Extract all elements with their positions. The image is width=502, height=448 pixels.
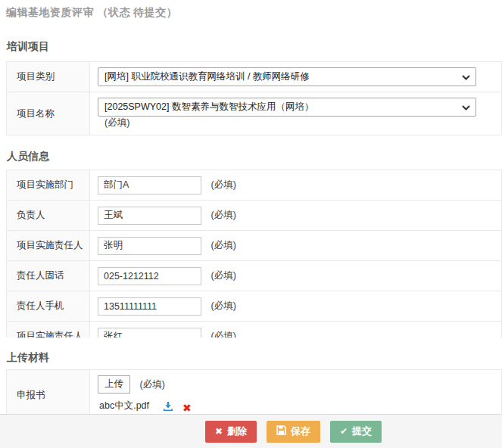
declaration-upload-button[interactable]: 上传 (98, 375, 130, 394)
project-name-selected-value: [2025SPWY02] 数智素养与数智技术应用（网培） (104, 101, 313, 114)
section-heading-personnel: 人员信息 (7, 150, 502, 163)
table-row: 责任人手机 (必填) (7, 291, 502, 322)
impl-responsible2-input[interactable] (98, 328, 201, 338)
save-button-label: 保存 (291, 425, 310, 438)
table-row: 责任人固话 (必填) (7, 261, 502, 291)
leader-label: 负责人 (7, 201, 90, 231)
project-category-select[interactable]: [网培] 职业院校通识教育网络培训 / 教师网络研修 (98, 67, 476, 86)
impl-responsible2-label: 项目实施责任人 (7, 322, 90, 338)
required-badge: (必填) (210, 270, 235, 281)
project-category-label: 项目类别 (7, 62, 90, 92)
submit-button-label: 提交 (352, 425, 372, 438)
save-button[interactable]: 保存 (267, 421, 320, 443)
table-row: 项目实施责任人 (必填) (7, 322, 502, 338)
required-badge: (必填) (210, 300, 235, 311)
project-category-selected-value: [网培] 职业院校通识教育网络培训 / 教师网络研修 (104, 70, 310, 83)
delete-button-label: 删除 (227, 425, 247, 438)
table-row: 负责人 (必填) (7, 201, 502, 231)
impl-department-input[interactable] (98, 176, 201, 194)
table-row: 项目实施部门 (必填) (7, 170, 502, 201)
leader-input[interactable] (98, 207, 201, 225)
check-icon: ✔ (340, 426, 348, 437)
project-name-label: 项目名称 (7, 92, 90, 135)
section-heading-upload: 上传材料 (7, 351, 502, 365)
download-icon[interactable] (163, 401, 173, 414)
impl-department-label: 项目实施部门 (7, 170, 90, 201)
floppy-disk-icon (276, 425, 286, 437)
personnel-table-clip: 项目实施部门 (必填) 负责人 (必填) 项目实施责任人 (必填) 责任人固话 (0, 170, 502, 338)
required-badge: (必填) (139, 379, 164, 390)
chevron-down-icon (462, 72, 470, 82)
page-title: 编辑基地资质评审 （状态 待提交） (0, 0, 502, 20)
uploaded-file-link[interactable]: abc中文.pdf (98, 400, 157, 415)
responsible-landline-input[interactable] (98, 267, 201, 285)
table-row: 项目实施责任人 (必填) (7, 231, 502, 261)
required-badge: (必填) (210, 240, 235, 250)
training-table: 项目类别 [网培] 职业院校通识教育网络培训 / 教师网络研修 项目名称 [20… (6, 61, 502, 135)
section-heading-training: 培训项目 (7, 40, 502, 54)
personnel-table: 项目实施部门 (必填) 负责人 (必填) 项目实施责任人 (必填) 责任人固话 (6, 170, 502, 338)
responsible-mobile-input[interactable] (98, 297, 201, 316)
required-badge: (必填) (104, 117, 129, 128)
responsible-mobile-label: 责任人手机 (7, 291, 90, 322)
required-badge: (必填) (210, 179, 235, 190)
submit-button[interactable]: ✔ 提交 (330, 421, 382, 443)
impl-responsible-input[interactable] (98, 237, 201, 255)
table-row: 项目类别 [网培] 职业院校通识教育网络培训 / 教师网络研修 (7, 62, 502, 92)
chevron-down-icon (462, 102, 470, 113)
responsible-landline-label: 责任人固话 (7, 261, 90, 291)
x-icon: ✖ (215, 426, 223, 437)
project-name-select[interactable]: [2025SPWY02] 数智素养与数智技术应用（网培） (98, 98, 476, 117)
uploaded-file-row: abc中文.pdf ✖ (98, 400, 494, 415)
impl-responsible-label: 项目实施责任人 (7, 231, 90, 261)
required-badge: (必填) (210, 210, 235, 220)
remove-file-icon[interactable]: ✖ (182, 403, 192, 413)
required-badge: (必填) (210, 331, 235, 338)
footer-action-bar: ✖ 删除 保存 ✔ 提交 (0, 414, 502, 448)
delete-button[interactable]: ✖ 删除 (205, 421, 257, 443)
table-row: 项目名称 [2025SPWY02] 数智素养与数智技术应用（网培） (必填) (7, 92, 502, 135)
